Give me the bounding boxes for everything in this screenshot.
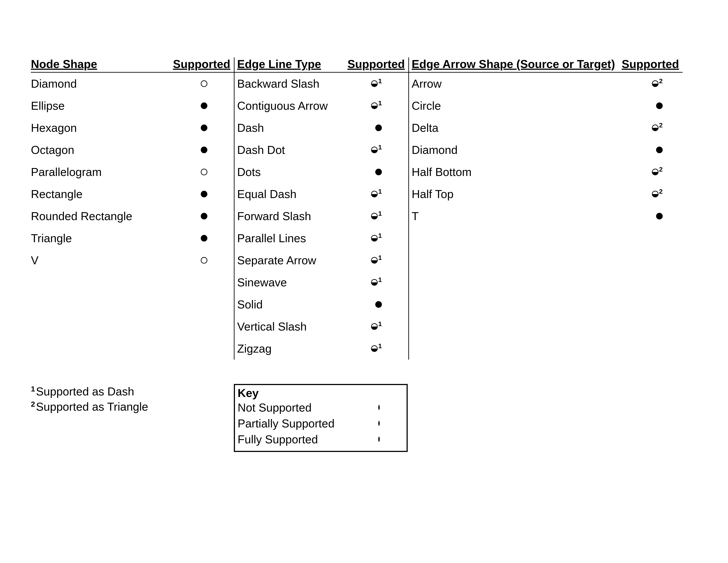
row-label: Vertical Slash (237, 320, 371, 333)
support-indicator: 2 (652, 124, 683, 132)
row-label: Equal Dash (237, 187, 371, 201)
row-label: Hexagon (31, 121, 201, 134)
row-label: T (412, 209, 656, 223)
header-row: Edge Arrow Shape (Source or Target) Supp… (409, 57, 683, 73)
row-label: Triangle (31, 231, 201, 245)
row-label: Dots (237, 165, 375, 179)
edge-arrow-rows: Arrow2CircleDelta2DiamondHalf Bottom2Hal… (409, 73, 683, 227)
page: Node Shape Supported DiamondEllipseHexag… (0, 0, 728, 563)
full-circle-icon (201, 213, 207, 219)
full-circle-icon (201, 147, 207, 153)
support-indicator: 1 (371, 80, 408, 87)
row-label: Parallel Lines (237, 231, 371, 245)
key-title: Key (238, 386, 404, 400)
table-row: Delta2 (409, 117, 683, 139)
support-indicator (656, 102, 683, 109)
table-row: Half Top2 (409, 183, 683, 205)
table-row: Arrow2 (409, 73, 683, 95)
header-edge-arrow: Edge Arrow Shape (Source or Target) (412, 57, 622, 71)
key-row: Fully Supported (238, 431, 404, 447)
support-indicator (375, 301, 408, 308)
table-row: Solid (235, 294, 408, 316)
footnote-ref: 2 (659, 165, 663, 173)
key-label: Fully Supported (238, 433, 378, 446)
key-row: Not Supported (238, 400, 404, 416)
table-row: Dots (235, 161, 408, 183)
row-label: Rectangle (31, 187, 201, 201)
table-row: Parallelogram (31, 161, 234, 183)
node-shape-rows: DiamondEllipseHexagonOctagonParallelogra… (31, 73, 234, 271)
header-row: Edge Line Type Supported (235, 57, 408, 73)
support-indicator (201, 257, 234, 263)
footnote-ref: 1 (378, 254, 382, 261)
col-edge-arrow: Edge Arrow Shape (Source or Target) Supp… (408, 57, 683, 360)
footnote-ref: 1 (378, 320, 382, 328)
support-indicator: 2 (652, 168, 683, 176)
half-circle-icon (371, 147, 378, 153)
header-edge-line: Edge Line Type (237, 57, 347, 71)
support-indicator (201, 124, 234, 131)
table-row: Diamond (409, 139, 683, 161)
footnote-1-text: Supported as Dash (36, 385, 134, 398)
row-label: Dash Dot (237, 143, 371, 156)
table-row: Equal Dash1 (235, 183, 408, 205)
full-circle-icon (375, 301, 382, 308)
footnote-2: 2Supported as Triangle (31, 399, 234, 415)
row-label: Forward Slash (237, 209, 371, 223)
table-row: Triangle (31, 227, 234, 249)
empty-circle-icon (378, 405, 380, 410)
half-circle-icon (371, 235, 378, 241)
row-label: Backward Slash (237, 77, 371, 90)
table-row: Sinewave1 (235, 271, 408, 294)
support-indicator (656, 213, 683, 219)
footnote-ref: 1 (378, 210, 382, 217)
row-label: Rounded Rectangle (31, 209, 201, 223)
empty-circle-icon (201, 257, 207, 263)
full-circle-icon (201, 102, 207, 109)
table-row: Dash (235, 117, 408, 139)
key-label: Not Supported (238, 401, 378, 414)
table-row: Diamond (31, 73, 234, 95)
support-indicator: 1 (371, 212, 408, 220)
footnote-ref: 1 (378, 77, 382, 85)
half-circle-icon (371, 257, 378, 263)
half-circle-icon (652, 191, 659, 197)
footnote-ref: 1 (378, 342, 382, 350)
row-label: Arrow (412, 77, 652, 90)
support-indicator: 1 (371, 323, 408, 330)
row-label: Circle (412, 99, 656, 112)
header-supported: Supported (347, 57, 408, 71)
row-label: Parallelogram (31, 165, 201, 179)
table-row: Separate Arrow1 (235, 249, 408, 271)
row-label: V (31, 254, 201, 267)
full-circle-icon (378, 437, 380, 442)
support-indicator: 2 (652, 190, 683, 198)
support-indicator (375, 124, 408, 131)
col-node-shape: Node Shape Supported DiamondEllipseHexag… (31, 57, 234, 360)
table-row: Backward Slash1 (235, 73, 408, 95)
row-label: Sinewave (237, 276, 371, 289)
table-row: Rectangle (31, 183, 234, 205)
edge-line-rows: Backward Slash1Contiguous Arrow1DashDash… (235, 73, 408, 360)
row-label: Solid (237, 298, 375, 311)
full-circle-icon (656, 213, 663, 219)
table-row: Contiguous Arrow1 (235, 95, 408, 117)
footnotes: 1Supported as Dash 2Supported as Triangl… (31, 384, 234, 452)
table-row: Half Bottom2 (409, 161, 683, 183)
footnote-2-text: Supported as Triangle (36, 400, 148, 413)
table-row: Forward Slash1 (235, 205, 408, 227)
full-circle-icon (656, 102, 663, 109)
footnote-ref: 2 (659, 188, 663, 195)
table-row: Dash Dot1 (235, 139, 408, 161)
empty-circle-icon (201, 169, 207, 175)
key-symbol (378, 406, 404, 410)
footnote-1: 1Supported as Dash (31, 384, 234, 399)
row-label: Octagon (31, 143, 201, 156)
footnote-ref: 2 (659, 77, 663, 85)
support-indicator: 1 (371, 102, 408, 109)
table-row: Circle (409, 95, 683, 117)
full-circle-icon (375, 124, 382, 131)
key-label: Partially Supported (238, 417, 378, 430)
half-circle-icon (371, 323, 378, 330)
table-row: V (31, 249, 234, 271)
